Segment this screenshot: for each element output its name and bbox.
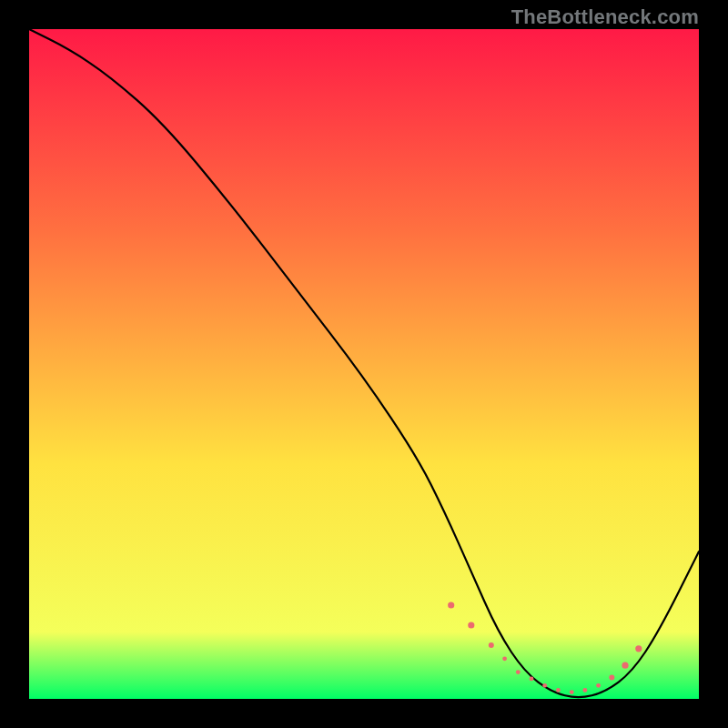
highlight-marker bbox=[502, 656, 507, 661]
highlight-marker bbox=[448, 602, 454, 608]
highlight-marker bbox=[542, 683, 547, 688]
highlight-marker bbox=[489, 642, 494, 648]
highlight-marker bbox=[516, 670, 521, 674]
bottleneck-chart bbox=[29, 29, 699, 699]
highlight-marker bbox=[635, 645, 642, 652]
highlight-marker bbox=[530, 677, 534, 682]
highlight-marker bbox=[570, 690, 574, 694]
gradient-background bbox=[29, 29, 699, 699]
highlight-marker bbox=[596, 683, 601, 688]
highlight-marker bbox=[622, 662, 628, 669]
highlight-marker bbox=[468, 622, 474, 628]
highlight-marker bbox=[609, 674, 614, 680]
highlight-marker bbox=[583, 688, 588, 693]
chart-frame bbox=[29, 29, 699, 699]
highlight-marker bbox=[556, 688, 561, 693]
watermark-text: TheBottleneck.com bbox=[511, 5, 699, 29]
